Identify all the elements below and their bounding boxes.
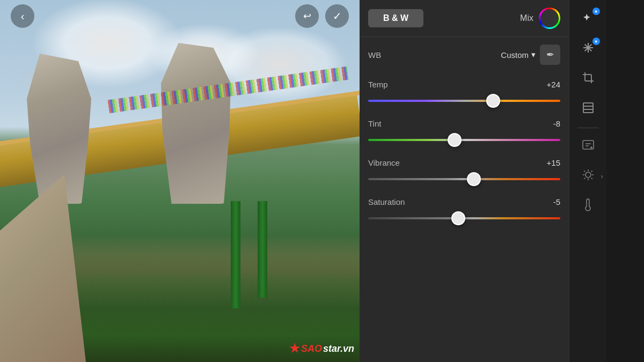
svg-line-17 (584, 178, 585, 179)
tint-thumb[interactable] (448, 133, 462, 147)
temperature-tool-button[interactable] (574, 193, 602, 220)
wb-value: Custom (501, 50, 529, 60)
crop-tool-button[interactable] (574, 65, 602, 93)
enhance-tool-button[interactable] (574, 132, 602, 160)
wb-label: WB (368, 50, 381, 60)
sidebar-divider (577, 128, 599, 128)
temp-value: +24 (547, 80, 560, 89)
watermark: ★ SAO star.vn (289, 342, 354, 356)
temp-label: Temp (368, 80, 388, 89)
vibrance-track (368, 178, 560, 180)
vibrance-slider-header: Vibrance +15 (368, 158, 560, 167)
wb-select-group: Custom ▾ ✒ (501, 45, 560, 65)
temp-slider-row: Temp +24 (368, 72, 560, 112)
svg-line-16 (591, 171, 592, 172)
eyedropper-button[interactable]: ✒ (540, 45, 560, 65)
enhance-icon (582, 138, 595, 154)
saturation-slider-header: Saturation -5 (368, 197, 560, 206)
frames-tool-button[interactable] (574, 95, 602, 123)
wand-icon (582, 12, 595, 27)
svg-point-8 (591, 147, 592, 148)
color-wheel-button[interactable] (539, 8, 560, 29)
back-icon: ‹ (21, 10, 25, 23)
watermark-star-icon: ★ (289, 342, 300, 356)
temp-slider-header: Temp +24 (368, 80, 560, 89)
photo-canvas: ‹ ↩ ✓ ★ SAO star.vn (0, 0, 360, 362)
temp-thumb[interactable] (486, 94, 500, 108)
tint-track (368, 139, 560, 141)
svg-point-9 (586, 172, 591, 178)
vibrance-slider-track-container[interactable] (368, 173, 560, 186)
undo-icon: ↩ (303, 10, 311, 22)
saturation-value: -5 (553, 197, 560, 206)
tint-slider-track-container[interactable] (368, 134, 560, 146)
tab-mix[interactable]: Mix (520, 13, 533, 23)
light-tool-button[interactable]: › (574, 162, 602, 190)
undo-button[interactable]: ↩ (295, 4, 319, 28)
saturation-slider-row: Saturation -5 (368, 190, 560, 229)
nav-right-buttons: ↩ ✓ (295, 4, 349, 28)
photo-nav-bar: ‹ ↩ ✓ (0, 0, 360, 32)
vibrance-thumb[interactable] (467, 172, 481, 186)
wb-dropdown[interactable]: Custom ▾ (501, 50, 536, 60)
chevron-right-icon: › (601, 173, 603, 180)
svg-rect-4 (583, 103, 593, 113)
frames-icon (582, 101, 595, 117)
vibrance-slider-row: Vibrance +15 (368, 151, 560, 190)
badge-star2-icon: ★ (592, 38, 600, 45)
confirm-button[interactable]: ✓ (325, 4, 349, 28)
tab-bw[interactable]: B & W (368, 9, 423, 27)
crop-icon (582, 71, 595, 87)
sparkle-icon (582, 41, 595, 57)
back-button[interactable]: ‹ (11, 4, 34, 28)
preset-tool-button[interactable]: ★ (574, 5, 602, 33)
temp-slider-track-container[interactable] (368, 94, 560, 107)
pole-right (258, 201, 267, 298)
pole-left (231, 201, 240, 308)
auto-enhance-button[interactable]: ★ (574, 35, 602, 63)
saturation-thumb[interactable] (451, 211, 465, 225)
temp-track (368, 100, 560, 102)
badge-star-icon: ★ (592, 8, 600, 15)
tint-value: -8 (553, 119, 560, 128)
edit-panel: B & W Mix WB Custom ▾ ✒ Temp +24 (360, 0, 569, 362)
tool-sidebar: ★ ★ (569, 0, 606, 362)
watermark-rest-text: star.vn (323, 343, 354, 354)
checkmark-icon: ✓ (333, 10, 342, 23)
stone-hand-right (161, 43, 231, 204)
saturation-label: Saturation (368, 197, 405, 206)
svg-line-15 (591, 178, 592, 179)
saturation-slider-track-container[interactable] (368, 212, 560, 225)
sliders-area: Temp +24 Tint -8 Vibrance +15 (360, 72, 569, 362)
watermark-sao-text: SAO (301, 343, 322, 354)
svg-line-14 (584, 171, 585, 172)
tint-label: Tint (368, 119, 381, 128)
sun-icon (582, 168, 595, 184)
vibrance-value: +15 (547, 158, 560, 167)
vibrance-label: Vibrance (368, 158, 400, 167)
tint-slider-header: Tint -8 (368, 119, 560, 128)
chevron-down-icon: ▾ (531, 50, 536, 60)
tab-mix-group: Mix (520, 8, 560, 29)
panel-tabs: B & W Mix (360, 0, 569, 37)
thermometer-icon (582, 198, 595, 215)
wb-row: WB Custom ▾ ✒ (360, 37, 569, 72)
eyedropper-icon: ✒ (546, 49, 554, 61)
photo-overlay (0, 0, 360, 362)
tint-slider-row: Tint -8 (368, 112, 560, 151)
